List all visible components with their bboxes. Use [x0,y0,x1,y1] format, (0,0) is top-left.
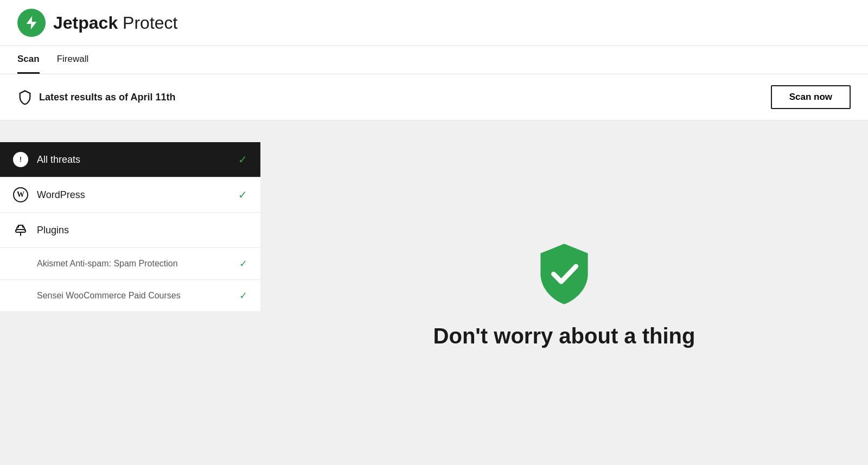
tab-firewall[interactable]: Firewall [57,46,89,74]
main-headline: Don't worry about a thing [433,324,695,348]
tab-scan[interactable]: Scan [17,46,40,74]
wordpress-check: ✓ [238,188,247,201]
nav-tabs: Scan Firewall [0,46,868,74]
akismet-label: Akismet Anti-spam: Spam Protection [37,259,231,269]
wordpress-icon: W [13,187,28,202]
shield-check-icon [534,241,594,307]
top-bar: Latest results as of April 11th Scan now [0,74,868,120]
sidebar-item-wordpress[interactable]: W WordPress ✓ [0,177,260,213]
app-title: Jetpack Protect [53,13,177,33]
alert-icon: ! [13,152,28,167]
svg-rect-2 [16,230,25,232]
plugins-label: Plugins [37,225,239,236]
content-area: ! All threats ✓ W WordPress ✓ [0,120,868,465]
sidebar-item-sensei[interactable]: Sensei WooCommerce Paid Courses ✓ [0,280,260,312]
svg-text:!: ! [20,156,22,163]
wordpress-label: WordPress [37,189,229,201]
all-threats-label: All threats [37,154,229,165]
sidebar-item-all-threats[interactable]: ! All threats ✓ [0,142,260,177]
shield-icon [17,90,33,105]
plug-icon [13,222,28,238]
latest-results: Latest results as of April 11th [17,90,175,105]
sidebar: ! All threats ✓ W WordPress ✓ [0,120,260,465]
right-panel: Don't worry about a thing [260,120,868,465]
sidebar-item-plugins[interactable]: Plugins [0,213,260,248]
sensei-check: ✓ [239,290,247,302]
jetpack-bolt-icon [17,9,46,37]
app-header: Jetpack Protect [0,0,868,46]
sensei-label: Sensei WooCommerce Paid Courses [37,291,231,301]
main-content: Latest results as of April 11th Scan now… [0,74,868,465]
akismet-check: ✓ [239,258,247,270]
scan-now-button[interactable]: Scan now [771,85,851,109]
all-threats-check: ✓ [238,153,247,166]
sidebar-item-akismet[interactable]: Akismet Anti-spam: Spam Protection ✓ [0,248,260,280]
